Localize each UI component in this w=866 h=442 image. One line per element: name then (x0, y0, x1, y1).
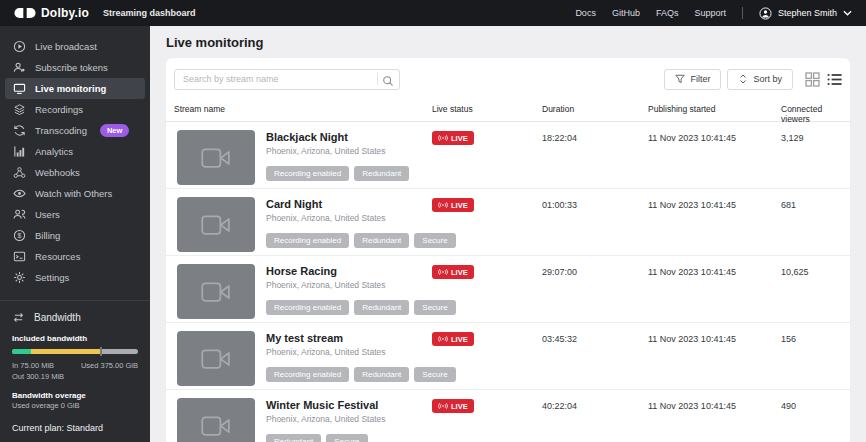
video-camera-icon (201, 416, 231, 436)
stream-thumbnail (177, 130, 255, 185)
stream-title: Horse Racing (266, 265, 337, 277)
sidebar-item-billing[interactable]: $ Billing (5, 225, 145, 246)
stream-location: Phoenix, Arizona, United States (266, 347, 386, 357)
funnel-icon (675, 74, 685, 84)
column-header-publishing-started: Publishing started (648, 104, 716, 114)
dolby-double-d-icon (14, 7, 36, 19)
user-menu[interactable]: Stephen Smith (759, 7, 852, 20)
stream-thumbnail (177, 197, 255, 252)
stream-tags: Redundant Secure (266, 434, 368, 442)
sidebar-item-analytics[interactable]: Analytics (5, 141, 145, 162)
sidebar-item-label: Settings (35, 272, 69, 283)
broadcast-waves-icon (438, 335, 448, 343)
sidebar-item-subscribe-tokens[interactable]: Subscribe tokens (5, 57, 145, 78)
search-box (174, 68, 400, 90)
nav-link-support[interactable]: Support (694, 8, 726, 18)
broadcast-waves-icon (438, 402, 448, 410)
tag-recording-enabled: Recording enabled (266, 367, 349, 382)
page-title: Live monitoring (150, 26, 866, 58)
sidebar-item-recordings[interactable]: Recordings (5, 99, 145, 120)
video-camera-icon (201, 349, 231, 369)
publishing-started-cell: 11 Nov 2023 10:41:45 (648, 401, 736, 411)
table-row[interactable]: Card Night Phoenix, Arizona, United Stat… (166, 189, 850, 256)
tag-redundant: Redundant (354, 300, 409, 315)
sidebar-item-transcoding[interactable]: Transcoding New (5, 120, 145, 141)
search-input[interactable] (174, 69, 400, 90)
connected-viewers-cell: 490 (781, 401, 796, 411)
stream-location: Phoenix, Arizona, United States (266, 213, 386, 223)
sidebar-item-live-broadcast[interactable]: Live broadcast (5, 36, 145, 57)
stream-tags: Recording enabled Redundant (266, 166, 409, 181)
stream-tags: Recording enabled Redundant Secure (266, 300, 456, 315)
sidebar-item-live-monitoring[interactable]: Live monitoring (5, 78, 145, 99)
list-view-icon[interactable] (827, 72, 842, 87)
column-header-duration: Duration (542, 104, 574, 114)
search-icon[interactable] (382, 73, 394, 85)
bandwidth-overage-title: Bandwidth overage (12, 391, 138, 400)
nav-link-faqs[interactable]: FAQs (656, 8, 679, 18)
tag-secure: Secure (414, 300, 455, 315)
terminal-icon (13, 250, 26, 263)
live-status-badge: LIVE (432, 265, 474, 279)
current-plan-label: Current plan: Standard (12, 423, 138, 433)
topbar: Dolby.io Streaming dashboard Docs GitHub… (0, 0, 866, 26)
live-status-badge: LIVE (432, 332, 474, 346)
publishing-started-cell: 11 Nov 2023 10:41:45 (648, 334, 736, 344)
sidebar-item-label: Analytics (35, 146, 73, 157)
tag-recording-enabled: Recording enabled (266, 233, 349, 248)
sidebar-item-label: Live broadcast (35, 41, 97, 52)
live-status-badge: LIVE (432, 399, 474, 413)
gear-icon (13, 271, 26, 284)
tag-secure: Secure (414, 233, 455, 248)
bandwidth-progress-bar (12, 349, 138, 354)
live-status-badge: LIVE (432, 198, 474, 212)
nav-link-github[interactable]: GitHub (612, 8, 640, 18)
tag-redundant: Redundant (354, 166, 409, 181)
sidebar-item-label: Webhooks (35, 167, 80, 178)
video-camera-icon (201, 148, 231, 168)
publishing-started-cell: 11 Nov 2023 10:41:45 (648, 133, 736, 143)
sidebar-item-watch-with-others[interactable]: Watch with Others (5, 183, 145, 204)
video-camera-icon (201, 282, 231, 302)
sidebar-item-label: Recordings (35, 104, 83, 115)
publishing-started-cell: 11 Nov 2023 10:41:45 (648, 200, 736, 210)
bandwidth-segment-in (12, 349, 31, 354)
sidebar-item-users[interactable]: Users (5, 204, 145, 225)
filter-button[interactable]: Filter (664, 69, 721, 90)
duration-cell: 29:07:00 (542, 267, 577, 277)
chevron-down-icon (843, 10, 852, 16)
bandwidth-out-value: Out 300.19 MiB (12, 371, 138, 382)
stream-location: Phoenix, Arizona, United States (266, 280, 386, 290)
table-row[interactable]: My test stream Phoenix, Arizona, United … (166, 323, 850, 390)
duration-cell: 18:22:04 (542, 133, 577, 143)
table-row[interactable]: Blackjack Night Phoenix, Arizona, United… (166, 122, 850, 189)
table-row[interactable]: Horse Racing Phoenix, Arizona, United St… (166, 256, 850, 323)
stream-tags: Recording enabled Redundant Secure (266, 233, 456, 248)
stream-thumbnail (177, 398, 255, 442)
sidebar-item-settings[interactable]: Settings (5, 267, 145, 288)
dolby-logo[interactable]: Dolby.io (14, 6, 89, 20)
nav-link-docs[interactable]: Docs (575, 8, 596, 18)
sidebar-item-label: Resources (35, 251, 80, 262)
sidebar: Live broadcast Subscribe tokens Live mon… (0, 26, 150, 442)
grid-view-icon[interactable] (805, 72, 820, 87)
table-row[interactable]: Winter Music Festival Phoenix, Arizona, … (166, 390, 850, 442)
sidebar-item-webhooks[interactable]: Webhooks (5, 162, 145, 183)
broadcast-waves-icon (438, 268, 448, 276)
topbar-divider (742, 7, 743, 19)
main-content: Live monitoring Filter Sort by (150, 26, 866, 442)
sort-by-button[interactable]: Sort by (727, 69, 793, 90)
stream-location: Phoenix, Arizona, United States (266, 146, 386, 156)
tag-redundant: Redundant (266, 434, 321, 442)
webhook-icon (13, 166, 26, 179)
brand-name: Dolby.io (41, 6, 89, 20)
stream-thumbnail (177, 331, 255, 386)
duration-cell: 40:22:04 (542, 401, 577, 411)
users-icon (13, 208, 26, 221)
stream-title: Card Night (266, 198, 322, 210)
column-header-connected-viewers: Connected viewers (781, 104, 850, 124)
sidebar-item-resources[interactable]: Resources (5, 246, 145, 267)
user-name: Stephen Smith (778, 8, 837, 18)
dollar-circle-icon: $ (13, 229, 26, 242)
transcode-icon (13, 124, 26, 137)
